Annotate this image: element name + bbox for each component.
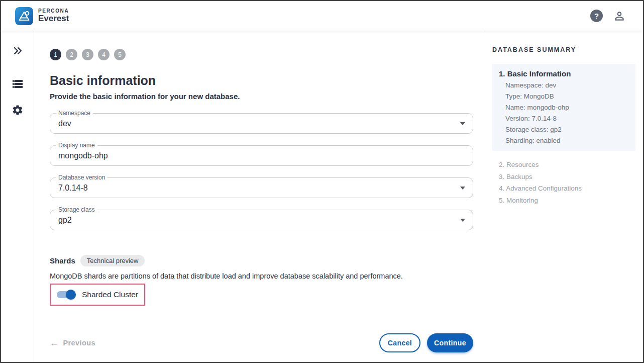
storage-class-value: gp2 — [50, 216, 72, 225]
help-icon[interactable]: ? — [590, 10, 603, 22]
user-profile-icon[interactable] — [613, 10, 626, 23]
summary-basic-info-card: 1. Basic Information Namespace: dev Type… — [492, 64, 635, 151]
arrow-left-icon: ← — [50, 338, 59, 348]
summary-version: Version: 7.0.14-8 — [505, 115, 628, 122]
summary-section-monitoring: 5. Monitoring — [499, 197, 635, 204]
body-row: 1 2 3 4 5 Basic information Provide the … — [1, 31, 643, 362]
annotation-highlight-box: Sharded Cluster — [50, 284, 145, 306]
previous-label: Previous — [63, 339, 95, 347]
display-name-label: Display name — [56, 142, 97, 149]
header-actions: ? — [590, 10, 626, 23]
app-header: PERCONA Everest ? — [1, 1, 643, 31]
step-1[interactable]: 1 — [50, 49, 61, 60]
footer-actions: Cancel Continue — [379, 333, 473, 352]
settings-gear-icon[interactable] — [11, 104, 24, 117]
page-subtitle: Provide the basic information for your n… — [50, 92, 473, 101]
step-5[interactable]: 5 — [114, 49, 126, 60]
brand-everest: Everest — [38, 14, 69, 23]
summary-section-backups: 3. Backups — [499, 173, 635, 180]
database-version-value: 7.0.14-8 — [50, 184, 88, 193]
database-version-label: Database version — [56, 174, 108, 181]
summary-namespace: Namespace: dev — [505, 81, 628, 89]
wizard-main: 1 2 3 4 5 Basic information Provide the … — [34, 31, 483, 362]
display-name-value: mongodb-ohp — [50, 151, 108, 160]
toggle-knob — [66, 290, 76, 300]
continue-button[interactable]: Continue — [427, 333, 473, 352]
shards-section-header: Shards Technical preview — [50, 255, 473, 266]
database-summary-panel: DATABASE SUMMARY 1. Basic Information Na… — [483, 31, 643, 362]
sharded-cluster-toggle[interactable] — [55, 289, 76, 301]
technical-preview-badge: Technical preview — [80, 255, 145, 266]
database-version-select[interactable]: Database version 7.0.14-8 — [50, 177, 473, 198]
dropdown-arrow-icon — [460, 122, 465, 125]
previous-button[interactable]: ← Previous — [50, 338, 95, 348]
help-glyph: ? — [594, 12, 599, 20]
brand-logo[interactable]: PERCONA Everest — [15, 7, 69, 25]
storage-class-label: Storage class — [56, 206, 97, 213]
step-3[interactable]: 3 — [82, 49, 93, 60]
left-nav-rail — [1, 31, 34, 362]
brand-text: PERCONA Everest — [38, 9, 69, 23]
namespace-label: Namespace — [56, 110, 93, 117]
summary-type: Type: MongoDB — [505, 93, 628, 100]
storage-class-select[interactable]: Storage class gp2 — [50, 210, 473, 230]
dropdown-arrow-icon — [460, 219, 465, 222]
cancel-button[interactable]: Cancel — [379, 333, 420, 352]
summary-section-1-title: 1. Basic Information — [499, 69, 628, 78]
wizard-footer: ← Previous Cancel Continue — [50, 333, 473, 352]
app-window: PERCONA Everest ? — [0, 0, 644, 363]
summary-title: DATABASE SUMMARY — [492, 46, 635, 53]
summary-name: Name: mongodb-ohp — [505, 104, 628, 111]
namespace-select[interactable]: Namespace dev — [50, 113, 473, 134]
page-title: Basic information — [50, 73, 473, 88]
wizard-stepper: 1 2 3 4 5 — [50, 49, 473, 60]
summary-section-advanced-configurations: 4. Advanced Configurations — [499, 185, 635, 192]
dropdown-arrow-icon — [460, 187, 465, 190]
shards-description: MongoDB shards are partitions of data th… — [50, 272, 473, 280]
summary-sharding: Sharding: enabled — [505, 137, 628, 144]
step-4[interactable]: 4 — [98, 49, 110, 60]
sharded-cluster-label: Sharded Cluster — [82, 290, 138, 299]
summary-section-resources: 2. Resources — [499, 161, 635, 168]
step-2[interactable]: 2 — [66, 49, 77, 60]
shards-title: Shards — [50, 256, 75, 265]
namespace-value: dev — [50, 119, 71, 128]
display-name-input[interactable]: Display name mongodb-ohp — [50, 145, 473, 166]
summary-storage-class: Storage class: gp2 — [505, 126, 628, 133]
databases-list-icon[interactable] — [11, 77, 24, 90]
everest-logo-icon — [15, 7, 33, 25]
summary-inactive-sections: 2. Resources 3. Backups 4. Advanced Conf… — [492, 161, 635, 204]
expand-sidebar-icon[interactable] — [11, 44, 24, 57]
